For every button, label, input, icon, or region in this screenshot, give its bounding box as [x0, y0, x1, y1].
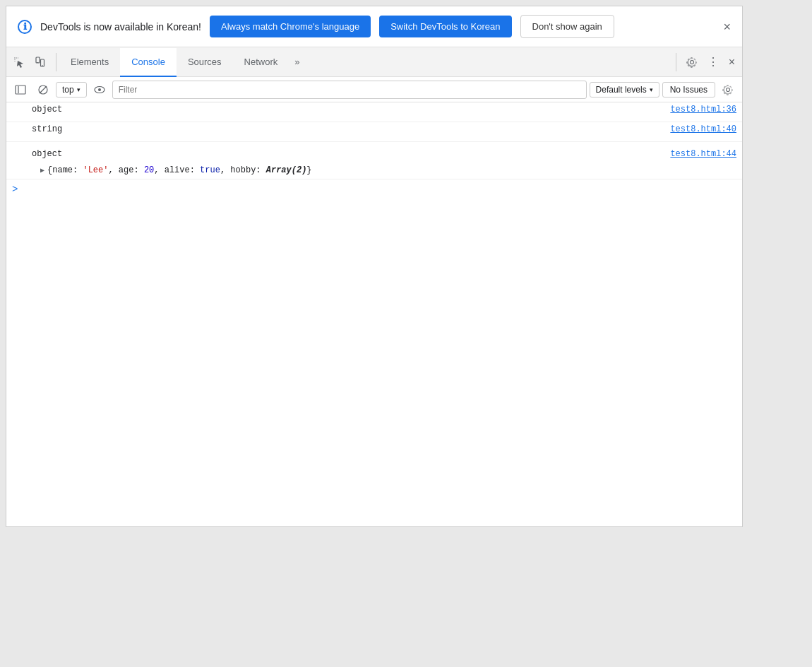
console-row-2: string test8.html:40: [6, 122, 742, 142]
console-row-1: object test8.html:36: [6, 102, 742, 122]
console-settings-button[interactable]: [718, 81, 738, 98]
log-levels-dropdown[interactable]: Default levels ▾: [590, 82, 659, 98]
toolbar-left-icons: [9, 53, 56, 71]
console-link-2[interactable]: test8.html:40: [670, 124, 736, 134]
more-tabs-button[interactable]: »: [289, 47, 305, 76]
console-prompt: >: [6, 179, 742, 199]
console-sidebar-toggle[interactable]: [11, 81, 30, 98]
svg-rect-4: [14, 61, 16, 61]
object-brace-open: {name:: [47, 165, 83, 175]
switch-to-korean-button[interactable]: Switch DevTools to Korean: [379, 16, 511, 37]
console-object-detail: ▶ {name: 'Lee' , age: 20 , alive: true ,…: [32, 164, 736, 177]
console-type-2: string: [32, 124, 670, 134]
console-toolbar: top ▾ Default levels ▾ No Issues: [6, 77, 742, 102]
notification-message: DevTools is now available in Korean!: [40, 21, 201, 33]
clear-console-button[interactable]: [33, 81, 53, 98]
svg-line-12: [40, 86, 47, 93]
clear-icon: [37, 84, 49, 95]
console-type-1: object: [32, 105, 670, 114]
console-gear-icon: [722, 84, 734, 95]
svg-rect-5: [36, 57, 40, 63]
svg-rect-9: [16, 85, 25, 94]
tab-console[interactable]: Console: [120, 48, 177, 77]
info-icon: ℹ: [18, 20, 32, 34]
object-hobby-value: Array(2): [266, 165, 307, 175]
object-age-key: , age:: [108, 165, 143, 175]
live-expression-button[interactable]: [90, 81, 109, 98]
expand-arrow-icon[interactable]: ▶: [40, 166, 44, 175]
notification-bar: ℹ DevTools is now available in Korean! A…: [6, 6, 742, 47]
dont-show-again-button[interactable]: Don't show again: [520, 15, 614, 38]
levels-dropdown-arrow: ▾: [650, 86, 653, 93]
svg-rect-3: [14, 59, 16, 60]
object-name-value: 'Lee': [83, 165, 108, 175]
toolbar-right-icons: ⋮ ×: [676, 53, 739, 71]
tabs-container: Elements Console Sources Network »: [59, 47, 676, 76]
inspect-icon: [13, 57, 25, 68]
context-selector[interactable]: top ▾: [56, 82, 87, 98]
console-output: object test8.html:36 string test8.html:4…: [6, 102, 742, 526]
svg-rect-0: [14, 57, 16, 59]
no-issues-button[interactable]: No Issues: [662, 82, 715, 98]
svg-rect-2: [18, 57, 18, 59]
filter-input[interactable]: [112, 81, 587, 99]
sidebar-icon: [15, 84, 26, 95]
console-type-3: object: [32, 149, 670, 159]
notification-close-button[interactable]: ×: [720, 18, 734, 36]
gear-icon: [686, 57, 698, 68]
always-match-language-button[interactable]: Always match Chrome's language: [210, 16, 371, 37]
device-icon: [35, 57, 46, 68]
dropdown-arrow-icon: ▾: [77, 86, 80, 93]
device-toggle-button[interactable]: [30, 53, 50, 71]
more-options-button[interactable]: ⋮: [703, 53, 723, 71]
console-row-3: object test8.html:44 ▶ {name: 'Lee' , ag…: [6, 142, 742, 179]
object-alive-key: , alive:: [154, 165, 200, 175]
console-link-1[interactable]: test8.html:36: [670, 105, 736, 114]
eye-icon: [94, 84, 105, 95]
tab-sources[interactable]: Sources: [177, 48, 233, 77]
settings-button[interactable]: [682, 53, 702, 71]
inspect-element-button[interactable]: [9, 53, 29, 71]
tab-network[interactable]: Network: [233, 48, 289, 77]
svg-rect-1: [16, 57, 17, 59]
more-options-icon: ⋮: [707, 57, 719, 68]
object-age-value: 20: [144, 165, 154, 175]
svg-point-14: [98, 88, 101, 91]
object-hobby-key: , hobby:: [220, 165, 266, 175]
object-brace-close: }: [306, 165, 311, 175]
close-devtools-button[interactable]: ×: [724, 53, 739, 71]
close-icon: ×: [729, 57, 735, 68]
object-alive-value: true: [200, 165, 220, 175]
console-object-header: object test8.html:44: [32, 144, 736, 164]
prompt-arrow-icon: >: [12, 184, 18, 195]
console-link-3[interactable]: test8.html:44: [670, 149, 736, 159]
tab-elements[interactable]: Elements: [59, 48, 120, 77]
main-toolbar: Elements Console Sources Network »: [6, 47, 742, 77]
